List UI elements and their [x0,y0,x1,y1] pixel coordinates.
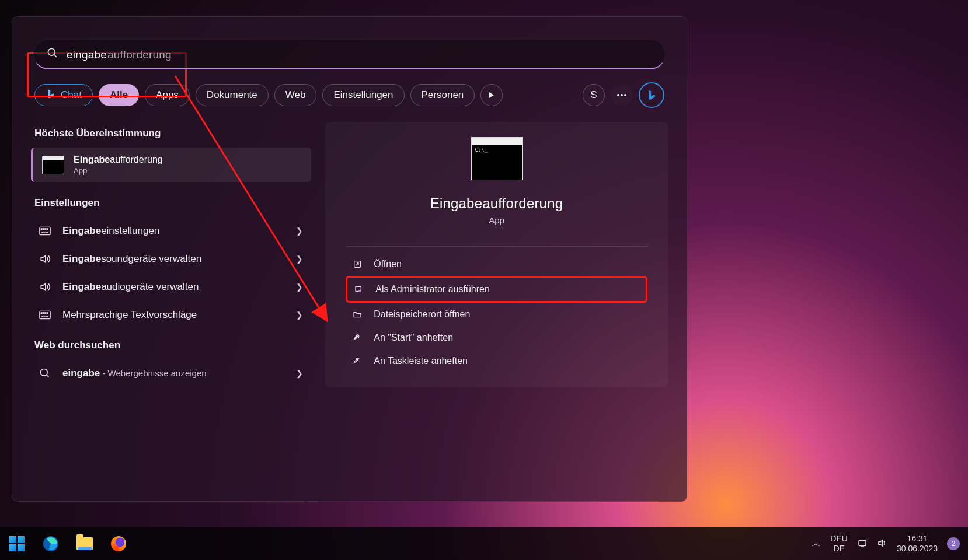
section-best-match: Höchste Übereinstimmung [34,128,310,139]
keyboard-icon [38,226,52,236]
settings-item-label: Mehrsprachige Textvorschläge [62,309,285,321]
left-column: Höchste Übereinstimmung Eingabeaufforder… [31,122,311,387]
divider [346,246,647,247]
start-menu: eingabeaufforderung Chat Alle Apps Dokum… [12,16,687,502]
language-indicator[interactable]: DEU DE [830,534,848,554]
svg-rect-14 [45,313,46,314]
sound-icon [38,253,52,265]
chip-people[interactable]: Personen [410,84,475,106]
bing-icon [46,89,56,102]
svg-point-2 [617,94,619,96]
best-match-sub: App [74,166,163,175]
svg-rect-6 [41,229,42,230]
terminal-icon [42,156,64,174]
svg-rect-10 [42,232,48,233]
search-icon [47,47,58,61]
chip-more-filters[interactable] [480,84,503,106]
web-search-label: eingabe - Webergebnisse anzeigen [62,368,285,379]
network-icon[interactable] [857,538,868,550]
svg-rect-8 [45,229,46,230]
start-button[interactable] [8,535,26,552]
svg-rect-22 [859,540,866,545]
volume-icon[interactable] [877,538,887,550]
folder-icon [351,310,363,319]
more-icon[interactable] [611,84,633,106]
tray-chevron-icon[interactable]: ︿ [812,538,821,550]
chip-apps[interactable]: Apps [145,84,190,106]
svg-line-1 [54,54,57,57]
svg-point-4 [624,94,626,96]
settings-item-label: Eingabeeinstellungen [62,225,285,237]
firefox-icon[interactable] [110,535,127,552]
chip-all[interactable]: Alle [99,84,139,106]
svg-rect-12 [41,313,42,314]
avatar[interactable]: S [583,84,605,106]
search-input[interactable]: eingabeaufforderung [33,39,666,69]
chip-documents[interactable]: Dokumente [196,84,269,106]
settings-item-label: Eingabesoundgeräte verwalten [62,253,285,265]
terminal-icon [471,137,523,180]
settings-item[interactable]: Mehrsprachige Textvorschläge❯ [31,301,311,329]
chevron-right-icon: ❯ [296,310,303,320]
taskbar: ︿ DEU DE 16:31 30.06.2023 2 [0,527,968,560]
chevron-right-icon: ❯ [296,226,303,236]
action-pin-start[interactable]: An "Start" anheften [346,326,647,349]
best-match-item[interactable]: Eingabeaufforderung App [31,148,311,182]
notification-badge[interactable]: 2 [947,537,960,550]
chevron-right-icon: ❯ [296,254,303,264]
svg-point-17 [41,369,48,376]
svg-rect-15 [47,313,48,314]
open-icon [351,260,363,269]
admin-icon [353,285,365,294]
keyboard-icon [38,310,52,320]
pin-icon [351,333,363,342]
settings-item-label: Eingabeaudiogeräte verwalten [62,281,285,293]
chevron-right-icon: ❯ [296,282,303,292]
settings-item[interactable]: Eingabeaudiogeräte verwalten❯ [31,273,311,301]
preview-panel: Eingabeaufforderung App Öffnen Als Admin… [325,122,668,387]
web-search-item[interactable]: eingabe - Webergebnisse anzeigen ❯ [31,359,311,387]
sound-icon [38,281,52,293]
chip-chat[interactable]: Chat [34,84,93,106]
svg-rect-13 [43,313,44,314]
svg-rect-7 [43,229,44,230]
preview-title: Eingabeaufforderung [430,195,563,212]
bing-chat-icon[interactable] [639,82,664,108]
section-web: Web durchsuchen [34,340,310,351]
settings-item[interactable]: Eingabesoundgeräte verwalten❯ [31,245,311,273]
svg-line-18 [47,375,49,377]
svg-point-0 [48,48,55,55]
chip-web[interactable]: Web [274,84,317,106]
preview-sub: App [489,215,504,225]
search-text: eingabeaufforderung [67,47,172,61]
svg-rect-9 [47,229,48,230]
action-run-as-admin[interactable]: Als Administrator ausführen [346,276,647,303]
action-pin-taskbar[interactable]: An Taskleiste anheften [346,349,647,373]
pin-icon [351,356,363,366]
search-icon [38,368,52,379]
chevron-right-icon: ❯ [296,369,303,378]
svg-rect-16 [42,316,48,317]
svg-point-3 [621,94,623,96]
clock[interactable]: 16:31 30.06.2023 [897,534,938,554]
section-settings: Einstellungen [34,197,310,209]
filter-bar: Chat Alle Apps Dokumente Web Einstellung… [34,82,664,108]
file-explorer-icon[interactable] [76,535,93,552]
edge-icon[interactable] [42,535,60,552]
best-match-title: Eingabeaufforderung [74,155,163,165]
action-open-location[interactable]: Dateispeicherort öffnen [346,303,647,326]
action-open[interactable]: Öffnen [346,253,647,276]
chip-settings[interactable]: Einstellungen [322,84,404,106]
settings-item[interactable]: Eingabeeinstellungen❯ [31,217,311,245]
